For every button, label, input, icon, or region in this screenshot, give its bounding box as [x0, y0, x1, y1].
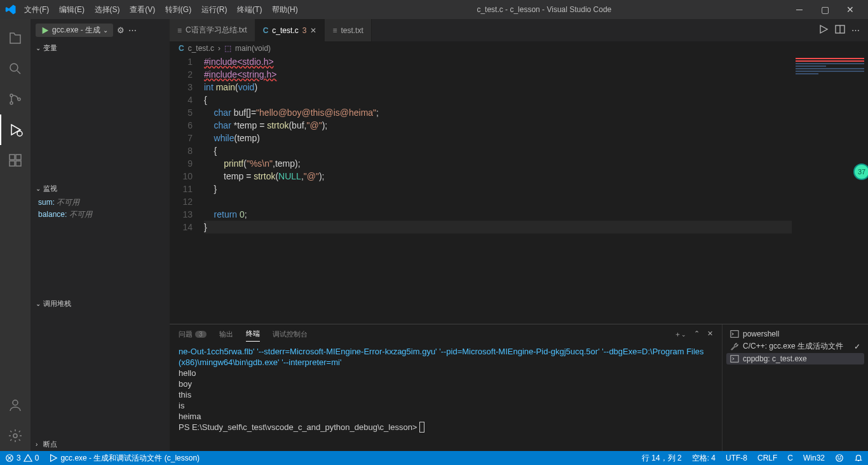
- tab-file[interactable]: ≡ C语言学习总结.txt: [170, 19, 255, 41]
- feedback-icon[interactable]: [830, 454, 849, 462]
- c-file-icon: C: [263, 26, 269, 35]
- svg-point-4: [17, 131, 22, 136]
- svg-point-17: [840, 457, 841, 457]
- menu-select[interactable]: 选择(S): [91, 4, 124, 15]
- svg-point-9: [13, 400, 18, 405]
- title-bar: 文件(F) 编辑(E) 选择(S) 查看(V) 转到(G) 运行(R) 终端(T…: [0, 0, 868, 19]
- section-breakpoints[interactable]: ›断点: [31, 438, 170, 451]
- menu-bar: 文件(F) 编辑(E) 选择(S) 查看(V) 转到(G) 运行(R) 终端(T…: [20, 4, 302, 15]
- menu-edit[interactable]: 编辑(E): [55, 4, 88, 15]
- menu-help[interactable]: 帮助(H): [268, 4, 302, 15]
- svg-rect-13: [731, 356, 738, 363]
- status-platform[interactable]: Win32: [798, 454, 830, 462]
- watch-item[interactable]: balance: 不可用: [38, 209, 162, 221]
- bell-icon[interactable]: [849, 454, 868, 462]
- terminal-item[interactable]: cppdbg: c_test.exe: [726, 353, 864, 364]
- svg-point-15: [836, 455, 843, 462]
- run-config-selector[interactable]: gcc.exe - 生成 ⌄: [36, 24, 113, 37]
- status-eol[interactable]: CRLF: [752, 454, 782, 462]
- c-file-icon: C: [179, 44, 184, 53]
- svg-rect-12: [731, 331, 738, 338]
- vscode-logo-icon: [5, 4, 17, 15]
- panel-tab-terminal[interactable]: 终端: [246, 326, 260, 342]
- source-control-icon[interactable]: [0, 84, 31, 115]
- close-icon[interactable]: ✕: [707, 327, 713, 342]
- more-icon[interactable]: ⋯: [851, 25, 860, 35]
- section-callstack[interactable]: ⌄调用堆栈: [31, 297, 170, 310]
- check-icon: ✓: [854, 342, 860, 351]
- terminal[interactable]: ne-Out-1cch5rwa.flb' '--stderr=Microsoft…: [170, 344, 722, 451]
- panel-tab-output[interactable]: 输出: [219, 327, 233, 342]
- menu-terminal[interactable]: 终端(T): [233, 4, 266, 15]
- new-terminal-icon[interactable]: ＋⌄: [674, 327, 686, 342]
- status-spaces[interactable]: 空格: 4: [687, 453, 721, 464]
- terminal-item[interactable]: C/C++: gcc.exe 生成活动文件 ✓: [726, 340, 864, 353]
- watch-item[interactable]: sum: 不可用: [38, 197, 162, 209]
- wrench-icon: [730, 342, 739, 351]
- menu-run[interactable]: 运行(R): [198, 4, 231, 15]
- minimize-button[interactable]: ─: [787, 0, 812, 19]
- svg-rect-5: [10, 155, 15, 160]
- debug-icon: [730, 354, 739, 363]
- tab-file[interactable]: C c_test.c 3 ✕: [255, 19, 325, 41]
- editor-tabs: ≡ C语言学习总结.txt C c_test.c 3 ✕ ≡ test.txt …: [170, 19, 868, 41]
- svg-rect-8: [16, 161, 21, 166]
- maximize-button[interactable]: ▢: [812, 0, 837, 19]
- status-bar: 3 0 gcc.exe - 生成和调试活动文件 (c_lesson) 行 14，…: [0, 451, 868, 465]
- search-icon[interactable]: [0, 53, 31, 84]
- svg-point-16: [838, 457, 839, 457]
- svg-rect-7: [10, 161, 15, 166]
- status-encoding[interactable]: UTF-8: [721, 454, 752, 462]
- extension-badge[interactable]: 37: [853, 163, 868, 180]
- symbol-icon: ⬚: [224, 44, 231, 53]
- section-watch[interactable]: ⌄监视: [31, 182, 170, 195]
- explorer-icon[interactable]: [0, 23, 31, 53]
- terminal-icon: [730, 330, 739, 338]
- account-icon[interactable]: [0, 390, 31, 420]
- run-debug-icon[interactable]: [0, 115, 31, 145]
- run-icon[interactable]: [818, 24, 829, 36]
- debug-sidebar: gcc.exe - 生成 ⌄ ⚙ ⋯ ⌄变量 ⌄监视 sum: 不可用 bala…: [31, 19, 170, 451]
- menu-file[interactable]: 文件(F): [20, 4, 53, 15]
- status-lncol[interactable]: 行 14，列 2: [637, 453, 687, 464]
- window-title: c_test.c - c_lesson - Visual Studio Code: [302, 5, 787, 14]
- code-editor[interactable]: 1234567891011121314 #include<stdio.h>#in…: [170, 55, 868, 324]
- svg-rect-6: [16, 155, 21, 160]
- svg-point-10: [13, 434, 17, 438]
- extensions-icon[interactable]: [0, 145, 31, 176]
- close-button[interactable]: ✕: [837, 0, 863, 19]
- svg-point-2: [10, 102, 13, 104]
- bottom-panel: 问题3 输出 终端 调试控制台 ＋⌄ ⌃ ✕ ne-Out-1cch5rwa.f…: [170, 324, 868, 451]
- terminal-item[interactable]: powershell: [726, 328, 864, 340]
- menu-view[interactable]: 查看(V): [126, 4, 159, 15]
- activity-bar: [0, 19, 31, 451]
- status-launch[interactable]: gcc.exe - 生成和调试活动文件 (c_lesson): [44, 453, 205, 464]
- menu-goto[interactable]: 转到(G): [161, 4, 195, 15]
- minimap[interactable]: [792, 55, 868, 324]
- settings-icon[interactable]: [0, 420, 31, 451]
- breadcrumb[interactable]: C c_test.c › ⬚ main(void): [170, 41, 868, 55]
- panel-tab-debug[interactable]: 调试控制台: [273, 327, 308, 342]
- gear-icon[interactable]: ⚙: [117, 25, 125, 35]
- file-icon: ≡: [332, 26, 337, 35]
- tab-file[interactable]: ≡ test.txt: [325, 19, 371, 41]
- more-icon[interactable]: ⋯: [128, 25, 137, 35]
- svg-point-0: [10, 64, 18, 71]
- section-variables[interactable]: ⌄变量: [31, 41, 170, 55]
- panel-tab-problems[interactable]: 问题3: [179, 327, 207, 342]
- status-lang[interactable]: C: [782, 454, 798, 462]
- chevron-up-icon[interactable]: ⌃: [694, 327, 700, 342]
- close-icon[interactable]: ✕: [310, 26, 316, 35]
- svg-point-1: [10, 94, 13, 97]
- split-editor-icon[interactable]: [835, 24, 845, 36]
- terminal-list: powershell C/C++: gcc.exe 生成活动文件 ✓ cppdb…: [722, 324, 868, 451]
- status-errors[interactable]: 3 0: [0, 454, 44, 462]
- file-icon: ≡: [177, 26, 182, 35]
